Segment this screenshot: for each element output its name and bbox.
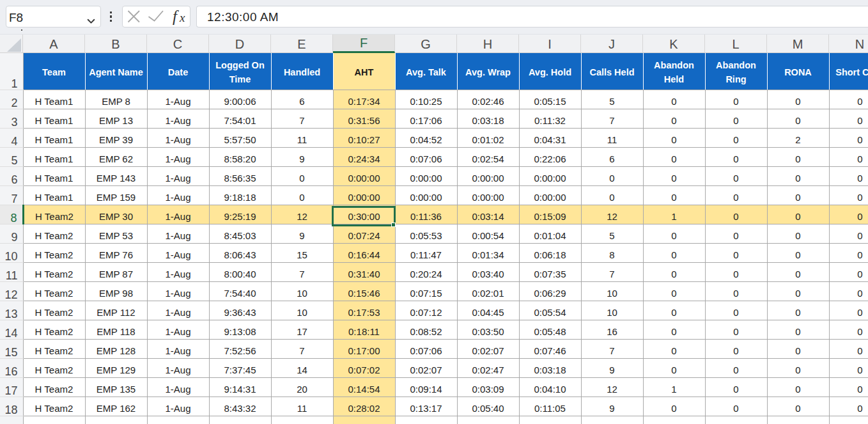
svg-text:f: f: [173, 8, 179, 25]
svg-text:x: x: [179, 11, 185, 24]
